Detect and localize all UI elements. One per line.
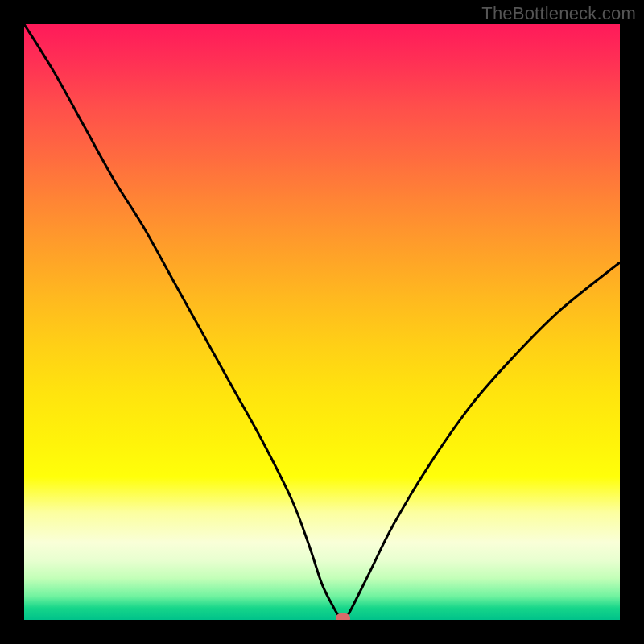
plot-area — [24, 24, 620, 620]
bottleneck-min-marker — [336, 613, 350, 620]
watermark-label: TheBottleneck.com — [481, 3, 636, 24]
bottleneck-curve-svg — [24, 24, 620, 620]
chart-frame: TheBottleneck.com — [0, 0, 644, 644]
bottleneck-curve-path — [24, 24, 620, 618]
